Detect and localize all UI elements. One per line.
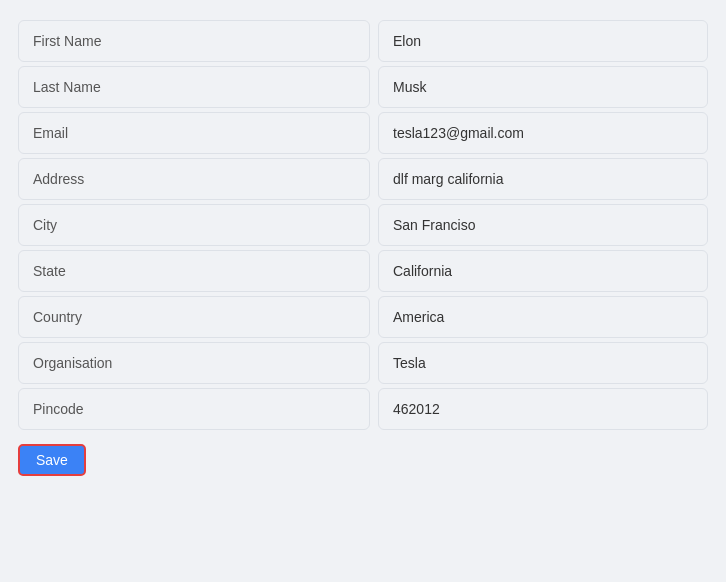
- form-row: CitySan Franciso: [18, 204, 708, 246]
- form-row: Last NameMusk: [18, 66, 708, 108]
- label-city: City: [18, 204, 370, 246]
- label-last-name: Last Name: [18, 66, 370, 108]
- label-organisation: Organisation: [18, 342, 370, 384]
- value-email[interactable]: tesla123@gmail.com: [378, 112, 708, 154]
- value-last-name[interactable]: Musk: [378, 66, 708, 108]
- save-button[interactable]: Save: [18, 444, 86, 476]
- value-city[interactable]: San Franciso: [378, 204, 708, 246]
- form-row: Emailtesla123@gmail.com: [18, 112, 708, 154]
- value-address[interactable]: dlf marg california: [378, 158, 708, 200]
- form-row: Pincode462012: [18, 388, 708, 430]
- label-email: Email: [18, 112, 370, 154]
- label-country: Country: [18, 296, 370, 338]
- value-first-name[interactable]: Elon: [378, 20, 708, 62]
- value-organisation[interactable]: Tesla: [378, 342, 708, 384]
- form-row: OrganisationTesla: [18, 342, 708, 384]
- form-row: First NameElon: [18, 20, 708, 62]
- value-pincode[interactable]: 462012: [378, 388, 708, 430]
- form-container: First NameElonLast NameMuskEmailtesla123…: [10, 10, 716, 486]
- form-row: CountryAmerica: [18, 296, 708, 338]
- label-first-name: First Name: [18, 20, 370, 62]
- value-state[interactable]: California: [378, 250, 708, 292]
- label-address: Address: [18, 158, 370, 200]
- label-state: State: [18, 250, 370, 292]
- form-row: StateCalifornia: [18, 250, 708, 292]
- label-pincode: Pincode: [18, 388, 370, 430]
- form-row: Addressdlf marg california: [18, 158, 708, 200]
- value-country[interactable]: America: [378, 296, 708, 338]
